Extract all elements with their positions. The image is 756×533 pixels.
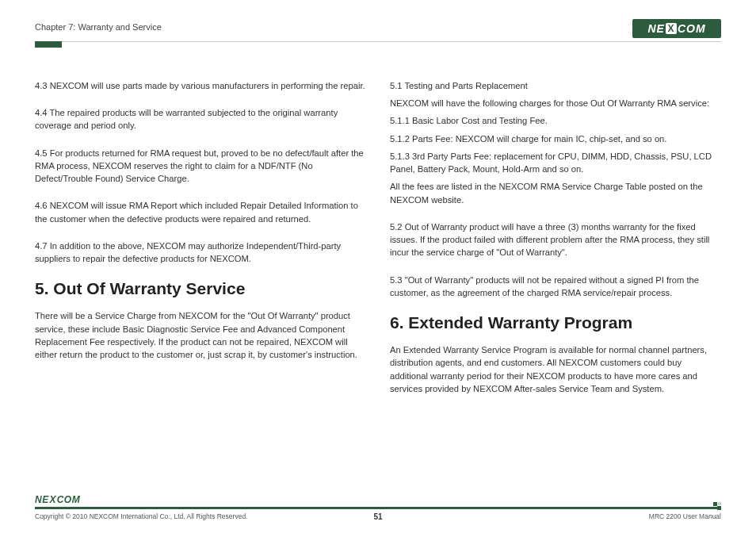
footer-corner-decoration [710, 502, 721, 513]
manual-name: MRC 2200 User Manual [649, 512, 721, 520]
paragraph-5-1-1: 5.1.1 Basic Labor Cost and Testing Fee. [390, 114, 721, 127]
heading-section-6: 6. Extended Warranty Program [390, 313, 721, 332]
paragraph-5-intro: There will be a Service Charge from NEXC… [35, 309, 366, 361]
right-column: 5.1 Testing and Parts Replacement NEXCOM… [390, 79, 721, 409]
nexcom-logo-bottom: NEXCOM [35, 494, 721, 505]
paragraph-5-1-2: 5.1.2 Parts Fee: NEXCOM will charge for … [390, 132, 721, 145]
paragraph-4-6: 4.6 NEXCOM will issue RMA Report which i… [35, 199, 366, 224]
logo-segment-left: NE [647, 22, 664, 35]
paragraph-4-5: 4.5 For products returned for RMA reques… [35, 147, 366, 186]
logo-segment-right: COM [678, 22, 706, 35]
heading-section-5: 5. Out Of Warranty Service [35, 279, 366, 298]
header-accent-bar [35, 41, 62, 48]
logo-segment-left: NE [35, 494, 49, 505]
footer-row: Copyright © 2010 NEXCOM International Co… [35, 512, 721, 520]
content-columns: 4.3 NEXCOM will use parts made by variou… [35, 79, 721, 409]
paragraph-5-2: 5.2 Out of Warranty product will have a … [390, 220, 721, 259]
paragraph-5-1-heading: 5.1 Testing and Parts Replacement [390, 79, 721, 92]
logo-segment-x: X [49, 494, 57, 505]
logo-text: NEXCOM [647, 22, 705, 35]
copyright-text: Copyright © 2010 NEXCOM International Co… [35, 512, 247, 520]
paragraph-4-3: 4.3 NEXCOM will use parts made by variou… [35, 79, 366, 92]
paragraph-4-7: 4.7 In addition to the above, NEXCOM may… [35, 240, 366, 265]
paragraph-5-1-intro: NEXCOM will have the following charges f… [390, 97, 721, 109]
logo-segment-right: COM [57, 494, 81, 505]
paragraph-5-1-note: All the fees are listed in the NEXCOM RM… [390, 180, 721, 205]
chapter-title: Chapter 7: Warranty and Service [35, 19, 162, 32]
left-column: 4.3 NEXCOM will use parts made by variou… [35, 79, 366, 409]
page-number: 51 [373, 512, 382, 521]
footer-rule [35, 507, 721, 509]
paragraph-4-4: 4.4 The repaired products will be warran… [35, 106, 366, 132]
paragraph-5-1-3: 5.1.3 3rd Party Parts Fee: replacement f… [390, 150, 721, 175]
page-header: Chapter 7: Warranty and Service NEXCOM [35, 19, 721, 38]
paragraph-6-intro: An Extended Warranty Service Program is … [390, 343, 721, 395]
paragraph-5-3: 5.3 "Out of Warranty" products will not … [390, 274, 721, 299]
logo-segment-x: X [666, 23, 677, 34]
nexcom-logo-top: NEXCOM [632, 19, 721, 38]
page-footer: NEXCOM Copyright © 2010 NEXCOM Internati… [35, 494, 721, 520]
header-rule [35, 41, 721, 42]
